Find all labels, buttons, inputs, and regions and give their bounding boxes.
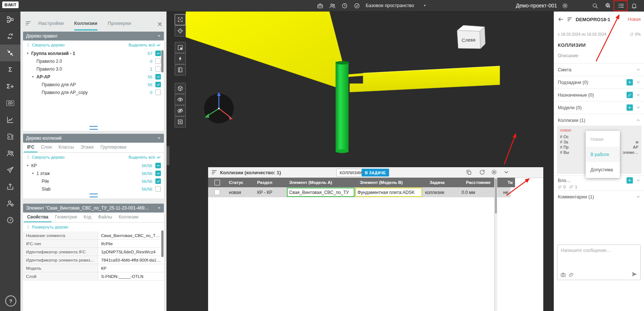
tree-row[interactable]: АР-АР 56 bbox=[23, 73, 164, 81]
rules-tree-header[interactable]: Дерево правил bbox=[23, 32, 164, 41]
element-section-header[interactable]: Элемент "Свая_Винтовая_СВС_по_ТУ_25-11-2… bbox=[23, 204, 164, 213]
tree-tab-3[interactable]: Этажи bbox=[77, 143, 97, 152]
chart-icon[interactable] bbox=[0, 111, 20, 128]
section-comments[interactable]: Комментарии (1) bbox=[554, 190, 644, 203]
element-tab-0[interactable]: Свойства bbox=[24, 213, 52, 222]
send-message-icon[interactable] bbox=[631, 271, 637, 277]
row-checkbox[interactable] bbox=[155, 66, 161, 72]
selection-box-button[interactable] bbox=[175, 83, 186, 94]
camera-icon[interactable] bbox=[560, 272, 566, 278]
tree-row[interactable]: Правило 2.0 0 bbox=[23, 57, 164, 65]
sort-icon[interactable] bbox=[211, 169, 217, 175]
tree-tab-4[interactable]: Группировки bbox=[97, 143, 130, 152]
tree-row[interactable]: Slab 56/56 bbox=[23, 185, 164, 193]
element-tab-1[interactable]: Геометрия bbox=[52, 213, 80, 222]
row-checkbox[interactable] bbox=[155, 171, 161, 176]
nav-gizmo[interactable] bbox=[204, 92, 234, 123]
project-settings-icon[interactable] bbox=[561, 1, 569, 10]
resize-handle[interactable] bbox=[90, 126, 98, 130]
column-header[interactable]: Раздел bbox=[254, 180, 286, 185]
panel-tab-2[interactable]: Проверки bbox=[108, 20, 131, 30]
copy-icon[interactable] bbox=[466, 169, 472, 175]
caret-down-icon[interactable] bbox=[26, 52, 31, 55]
tree-row[interactable]: 1 этаж 56/56 bbox=[23, 169, 164, 177]
table-settings-icon[interactable] bbox=[491, 169, 497, 175]
back-icon[interactable] bbox=[558, 16, 564, 22]
scrollbar[interactable] bbox=[161, 50, 164, 72]
select-all-checkbox[interactable] bbox=[214, 180, 220, 185]
section-models[interactable]: Модели (0) bbox=[554, 101, 644, 114]
property-row[interactable]: Идентификатор элемента IFC 1pDNIP7SL6deD… bbox=[23, 248, 164, 256]
2d-view-icon[interactable]: 2D bbox=[0, 95, 20, 111]
section-collisions[interactable]: Коллизии (1) bbox=[554, 114, 644, 126]
add-model-button[interactable] bbox=[627, 104, 633, 111]
tree-row[interactable]: Правило 3.0 1 bbox=[23, 65, 164, 73]
export-icon[interactable] bbox=[0, 178, 20, 195]
model-sync-icon[interactable] bbox=[0, 28, 20, 45]
row-checkbox[interactable] bbox=[155, 90, 161, 95]
message-input[interactable]: Напишите сообщение… bbox=[557, 244, 641, 280]
status-option-0[interactable]: Новая bbox=[586, 132, 620, 147]
row-checkbox[interactable] bbox=[155, 163, 161, 168]
plugins-icon[interactable] bbox=[0, 128, 20, 145]
chevron-down-icon[interactable] bbox=[503, 169, 509, 175]
users-icon[interactable] bbox=[328, 1, 336, 10]
status-option-1[interactable]: В работе bbox=[586, 147, 620, 162]
row-checkbox[interactable] bbox=[155, 58, 161, 64]
task-menu-icon[interactable] bbox=[567, 16, 573, 22]
status-option-2[interactable]: Допустима bbox=[586, 162, 620, 177]
dashboard-icon[interactable] bbox=[0, 212, 20, 229]
panel-tab-1[interactable]: Коллизии bbox=[74, 20, 98, 30]
section-estimate[interactable]: Смета bbox=[554, 63, 644, 76]
collapse-tree-link[interactable]: Свернуть дерево bbox=[26, 155, 65, 159]
panel-scrollbar[interactable] bbox=[166, 146, 169, 165]
column-header[interactable]: Расстояние bbox=[463, 180, 505, 185]
zoom-window-button[interactable] bbox=[175, 42, 186, 53]
caret-down-icon[interactable] bbox=[31, 172, 36, 175]
notifications-icon[interactable] bbox=[630, 1, 638, 10]
tree-row[interactable]: Pile 56/56 bbox=[23, 177, 164, 185]
select-all-link[interactable]: Выделить всё bbox=[129, 155, 161, 159]
close-panel-icon[interactable] bbox=[157, 21, 163, 27]
attach-icon[interactable] bbox=[569, 272, 574, 278]
app-logo[interactable]: BiMiT bbox=[2, 1, 19, 8]
add-subtask-button[interactable] bbox=[627, 79, 633, 85]
collision-row[interactable]: новаяКР - КРСвая_Винтовая_СВС_по_ТУФунда… bbox=[208, 187, 511, 197]
expand-tree-link[interactable]: Развернуть дерево bbox=[26, 225, 68, 229]
section-button[interactable] bbox=[175, 53, 186, 64]
fit-view-button[interactable] bbox=[175, 14, 186, 25]
row-checkbox[interactable] bbox=[155, 51, 161, 56]
refresh-icon[interactable] bbox=[479, 169, 485, 175]
element-tab-2[interactable]: Код bbox=[80, 213, 94, 222]
delete-selection-button[interactable] bbox=[175, 116, 186, 127]
tree-tab-1[interactable]: Слои bbox=[38, 143, 55, 152]
tree-row[interactable]: Правило для АР_copy 0 bbox=[23, 88, 164, 96]
send-icon[interactable] bbox=[0, 162, 20, 178]
caret-down-icon[interactable] bbox=[26, 164, 31, 167]
team-icon[interactable] bbox=[0, 145, 20, 162]
edit-assigned-button[interactable] bbox=[627, 92, 633, 98]
hide-button[interactable] bbox=[175, 105, 186, 116]
check-circle-icon[interactable] bbox=[353, 1, 361, 10]
user-settings-icon[interactable] bbox=[0, 195, 20, 212]
panel-tab-0[interactable]: Настройки bbox=[38, 20, 64, 30]
view-cube-label[interactable]: Слева bbox=[462, 37, 475, 43]
in-task-toggle-button[interactable]: В ЗАДАЧЕ bbox=[362, 169, 389, 176]
column-header[interactable]: Элемент (Модель B) bbox=[357, 180, 427, 185]
tree-row[interactable]: Группа коллизий - 1 57 bbox=[23, 49, 164, 57]
cell-element-b[interactable]: Фундаментная плита:ADSK bbox=[355, 187, 422, 197]
view-cube[interactable]: Слева bbox=[457, 25, 485, 49]
clash-detection-icon[interactable] bbox=[0, 45, 20, 61]
workspace-selector[interactable]: Базовое пространство bbox=[366, 0, 429, 11]
row-checkbox[interactable] bbox=[155, 186, 161, 192]
sheets-button[interactable] bbox=[175, 64, 186, 75]
task-status-badge[interactable]: Новая bbox=[628, 17, 641, 22]
column-header[interactable]: Элемент (Модель A) bbox=[286, 180, 357, 185]
column-header[interactable]: Ти bbox=[505, 180, 515, 185]
section-assigned[interactable]: Назначенные (0) bbox=[554, 88, 644, 101]
cell-element-a[interactable]: Свая_Винтовая_СВС_по_ТУ bbox=[286, 187, 355, 197]
globe-cursor-icon[interactable] bbox=[604, 1, 612, 10]
tree-tab-0[interactable]: IFC bbox=[24, 143, 38, 152]
help-button[interactable]: ? bbox=[5, 295, 16, 307]
caret-down-icon[interactable] bbox=[31, 75, 36, 78]
